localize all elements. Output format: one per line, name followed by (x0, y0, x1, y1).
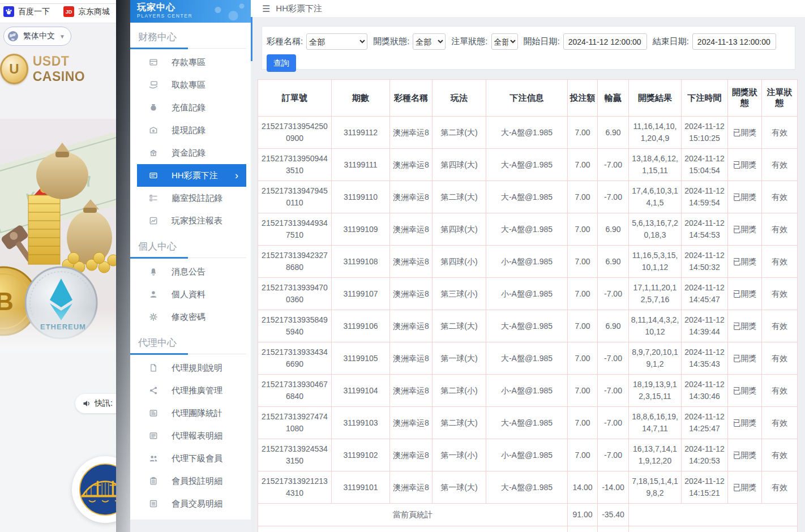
draw-status-select[interactable]: 全部 (413, 33, 446, 50)
column-header: 注單狀態 (762, 80, 798, 117)
sidebar-item-修改密碼[interactable]: 修改密碼 (130, 306, 251, 328)
cell-play: 第一球(大) (433, 342, 486, 375)
sidebar-item-會員投註明細[interactable]: 會員投註明細 (130, 470, 251, 492)
page-summary-bet-total: 91.00 (568, 504, 598, 526)
cell-period: 31199108 (332, 246, 390, 278)
column-header: 玩法 (433, 80, 486, 117)
sidebar-item-取款專區[interactable]: 取款專區 (130, 74, 251, 96)
cell-lottery: 澳洲幸运8 (390, 181, 433, 213)
sidebar-item-充值記錄[interactable]: 充值記錄 (130, 96, 251, 119)
sidebar-item-存款專區[interactable]: 存款專區 (130, 51, 251, 74)
bookmark-label: 京东商城 (78, 7, 110, 17)
bets-table: 訂單號期數彩種名稱玩法下注信息投注額輸贏開獎結果下注時間開獎狀態注單狀態 215… (258, 79, 798, 532)
table-body: 215217313954250090031199112澳洲幸运8第二球(大)大-… (258, 117, 798, 532)
lottery-filter-label: 彩種名稱: (267, 36, 303, 47)
cell-play: 第一球(小) (433, 439, 486, 471)
sidebar-item-消息公告[interactable]: 消息公告 (130, 260, 251, 283)
cell-result: 16,13,7,14,11,9,12,20 (629, 439, 682, 471)
cell-result: 5,6,13,16,7,20,18,3 (629, 213, 682, 246)
gear-icon (149, 312, 158, 321)
document-icon (149, 363, 158, 372)
end-date-label: 結束日期: (653, 36, 689, 47)
player-center-subtitle: PLAYERS CENTER (137, 13, 251, 19)
cell-amount: 7.00 (568, 439, 598, 471)
grand-summary-empty (629, 526, 798, 532)
sidebar-item-代理團隊統計[interactable]: 代理團隊統計 (130, 402, 251, 424)
sidebar-item-資金記錄[interactable]: 資金記錄 (130, 141, 251, 164)
cell-order-no: 2152173139358495940 (258, 310, 332, 342)
lottery-select[interactable]: 全部 (306, 33, 367, 50)
page-summary-row: 當前頁統計91.00-35.40 (258, 504, 798, 526)
grand-summary-label: 總統計 (258, 526, 568, 532)
cell-winloss: -7.00 (598, 375, 629, 407)
cell-draw-status: 已開獎 (728, 439, 762, 471)
cell-bet-info: 大-A盤@1.985 (486, 310, 568, 342)
cell-lottery: 澳洲幸运8 (390, 278, 433, 310)
bell-icon (149, 267, 158, 276)
column-header: 下注信息 (486, 80, 568, 117)
menu-toggle-icon[interactable]: ☰ (262, 3, 270, 14)
sidebar-item-代理下級會員[interactable]: 代理下級會員 (130, 447, 251, 470)
sidebar-section: 個人中心消息公告個人資料修改密碼 (130, 240, 251, 328)
cell-order-status: 有效 (762, 439, 798, 471)
bookmark-百度一下[interactable]: 百度一下 (3, 6, 50, 17)
cell-period: 31199106 (332, 310, 390, 342)
logo-text: USDT CASINO (33, 54, 117, 84)
player-center-title: 玩家中心 (137, 2, 251, 13)
player-center-panel: 玩家中心 PLAYERS CENTER 财務中心存款專區取款專區充值記錄提現記錄… (130, 0, 251, 520)
sidebar-item-玩家投注報表[interactable]: 玩家投注報表 (130, 209, 251, 232)
column-header: 訂單號 (258, 80, 332, 117)
cell-amount: 7.00 (568, 310, 598, 342)
sidebar-item-提現記錄[interactable]: 提現記錄 (130, 119, 251, 141)
sidebar-item-label: 充值記錄 (172, 102, 205, 113)
cell-amount: 7.00 (568, 181, 598, 213)
cell-draw-status: 已開獎 (728, 278, 762, 310)
cell-time: 2024-11-12 15:04:54 (682, 149, 728, 181)
cell-lottery: 澳洲幸运8 (390, 117, 433, 149)
cell-order-status: 有效 (762, 278, 798, 310)
modal-shadow-edge (116, 0, 130, 532)
cell-amount: 7.00 (568, 278, 598, 310)
cell-play: 第二球(大) (433, 181, 486, 213)
section-title: 财務中心 (130, 31, 251, 44)
table-row: 215217313947945011031199110澳洲幸运8第二球(大)大-… (258, 181, 798, 213)
column-header: 開獎狀態 (728, 80, 762, 117)
cell-draw-status: 已開獎 (728, 310, 762, 342)
start-date-input[interactable] (563, 33, 647, 50)
cell-time: 2024-11-12 14:30:46 (682, 375, 728, 407)
search-button[interactable]: 查詢 (267, 54, 296, 72)
cell-order-no: 2152173139334346690 (258, 342, 332, 375)
end-date-input[interactable] (692, 33, 776, 50)
sidebar-item-label: 會員交易明細 (172, 499, 222, 509)
sidebar-item-代理規則說明[interactable]: 代理規則說明 (130, 357, 251, 379)
cell-period: 31199103 (332, 407, 390, 439)
sidebar-item-HH彩票下注[interactable]: HH彩票下注› (137, 164, 246, 187)
order-status-filter-label: 注單狀態: (451, 36, 487, 47)
cell-bet-info: 大-A盤@1.985 (486, 342, 568, 375)
person-icon (149, 290, 158, 299)
bookmark-京东商城[interactable]: JD京东商城 (63, 6, 110, 17)
sidebar-item-代理推廣管理[interactable]: 代理推廣管理 (130, 379, 251, 402)
order-status-select[interactable]: 全部 (491, 33, 518, 50)
cell-winloss: 6.90 (598, 213, 629, 246)
promo-banner-image: KB 4627 (0, 119, 117, 351)
sidebar-item-廳室投註記錄[interactable]: 廳室投註記錄 (130, 187, 251, 209)
cell-order-no: 2152173139274741080 (258, 407, 332, 439)
language-selector[interactable]: 繁体中文 ▼ (3, 27, 71, 46)
cell-amount: 7.00 (568, 246, 598, 278)
page-summary-empty (629, 504, 798, 526)
cell-draw-status: 已開獎 (728, 246, 762, 278)
cell-order-status: 有效 (762, 149, 798, 181)
cell-period: 31199109 (332, 213, 390, 246)
sidebar-item-會員交易明細[interactable]: 會員交易明細 (130, 492, 251, 515)
browser-bookmarks-bar: 百度一下JD京东商城T天猫 (0, 0, 117, 23)
table-row: 215217313935849594031199106澳洲幸运8第二球(大)大-… (258, 310, 798, 342)
sidebar-item-個人資料[interactable]: 個人資料 (130, 283, 251, 306)
sidebar-item-label: 代理下級會員 (172, 453, 222, 464)
sidebar-item-代理報表明細[interactable]: 代理報表明細 (130, 424, 251, 447)
player-center-header: 玩家中心 PLAYERS CENTER (130, 0, 251, 23)
cell-order-no: 2152173139449347510 (258, 213, 332, 246)
table-row: 215217313950944351031199111澳洲幸运8第四球(大)大-… (258, 149, 798, 181)
report-chart-icon (149, 216, 158, 225)
cell-order-status: 有效 (762, 117, 798, 149)
